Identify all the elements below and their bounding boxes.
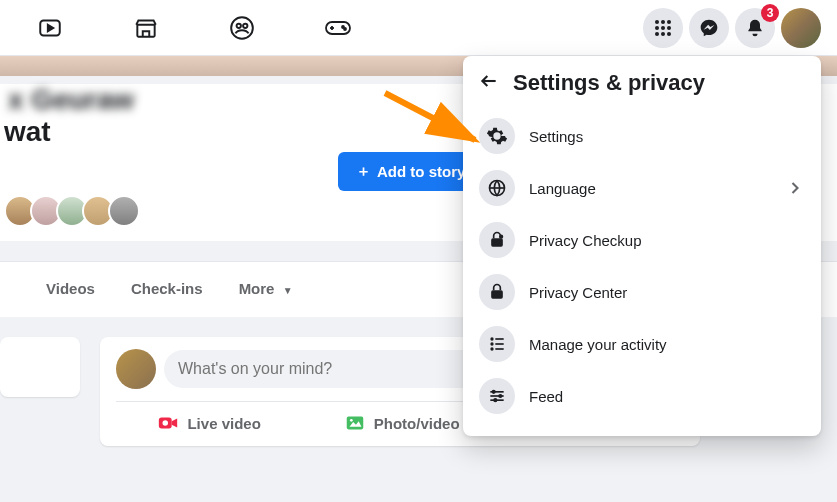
photo-video-icon bbox=[344, 412, 366, 434]
left-sidebar-card bbox=[0, 337, 80, 397]
svg-point-4 bbox=[243, 23, 247, 27]
marketplace-icon[interactable] bbox=[132, 14, 160, 42]
live-video-button[interactable]: Live video bbox=[157, 412, 260, 434]
svg-point-18 bbox=[667, 32, 671, 36]
plus-icon: ＋ bbox=[356, 162, 371, 181]
menu-item-feed[interactable]: Feed bbox=[471, 370, 813, 422]
svg-rect-36 bbox=[495, 348, 503, 350]
notification-badge: 3 bbox=[761, 4, 779, 22]
globe-icon bbox=[479, 170, 515, 206]
privacy-center-label: Privacy Center bbox=[529, 284, 805, 301]
svg-rect-30 bbox=[491, 290, 503, 298]
svg-point-41 bbox=[498, 394, 502, 398]
svg-point-3 bbox=[237, 23, 241, 27]
svg-rect-22 bbox=[346, 417, 363, 430]
live-video-label: Live video bbox=[187, 415, 260, 432]
menu-item-manage-activity[interactable]: Manage your activity bbox=[471, 318, 813, 370]
top-navigation: 3 bbox=[0, 0, 837, 56]
add-to-story-label: Add to story bbox=[377, 163, 465, 180]
svg-point-13 bbox=[655, 26, 659, 30]
watch-icon[interactable] bbox=[36, 14, 64, 42]
svg-point-9 bbox=[344, 28, 346, 30]
svg-point-10 bbox=[655, 20, 659, 24]
profile-avatar-button[interactable] bbox=[781, 8, 821, 48]
svg-point-15 bbox=[667, 26, 671, 30]
gear-icon bbox=[479, 118, 515, 154]
tab-more-label: More bbox=[239, 280, 275, 297]
svg-point-17 bbox=[661, 32, 665, 36]
svg-point-16 bbox=[655, 32, 659, 36]
menu-item-privacy-checkup[interactable]: Privacy Checkup bbox=[471, 214, 813, 266]
settings-label: Settings bbox=[529, 128, 805, 145]
svg-point-40 bbox=[492, 390, 496, 394]
chevron-right-icon bbox=[785, 178, 805, 198]
tab-more[interactable]: More ▼ bbox=[223, 270, 309, 307]
groups-icon[interactable] bbox=[228, 14, 256, 42]
svg-point-42 bbox=[493, 398, 497, 402]
svg-rect-35 bbox=[495, 343, 503, 345]
messenger-button[interactable] bbox=[689, 8, 729, 48]
caret-down-icon: ▼ bbox=[283, 285, 293, 296]
manage-activity-label: Manage your activity bbox=[529, 336, 805, 353]
menu-item-language[interactable]: Language bbox=[471, 162, 813, 214]
svg-point-29 bbox=[499, 235, 503, 239]
svg-point-11 bbox=[661, 20, 665, 24]
back-button[interactable] bbox=[479, 71, 499, 95]
svg-rect-28 bbox=[491, 238, 503, 246]
privacy-checkup-label: Privacy Checkup bbox=[529, 232, 805, 249]
gaming-icon[interactable] bbox=[324, 14, 352, 42]
photo-video-button[interactable]: Photo/video bbox=[344, 412, 460, 434]
menu-grid-button[interactable] bbox=[643, 8, 683, 48]
feed-settings-icon bbox=[479, 378, 515, 414]
activity-log-icon bbox=[479, 326, 515, 362]
svg-marker-1 bbox=[48, 24, 53, 31]
svg-point-31 bbox=[490, 337, 493, 340]
svg-point-2 bbox=[231, 17, 253, 39]
add-to-story-button[interactable]: ＋ Add to story bbox=[338, 152, 483, 191]
tab-checkins[interactable]: Check-ins bbox=[115, 270, 219, 307]
menu-item-privacy-center[interactable]: Privacy Center bbox=[471, 266, 813, 318]
live-video-icon bbox=[157, 412, 179, 434]
lock-icon bbox=[479, 274, 515, 310]
feed-label: Feed bbox=[529, 388, 805, 405]
arrow-left-icon bbox=[479, 71, 499, 91]
lock-heart-icon bbox=[479, 222, 515, 258]
settings-privacy-dropdown: Settings & privacy Settings Language Pri… bbox=[463, 56, 821, 436]
svg-point-14 bbox=[661, 26, 665, 30]
friend-avatar[interactable] bbox=[108, 195, 140, 227]
menu-item-settings[interactable]: Settings bbox=[471, 110, 813, 162]
dropdown-title: Settings & privacy bbox=[513, 70, 705, 96]
svg-marker-20 bbox=[172, 418, 178, 427]
top-nav-left bbox=[36, 14, 352, 42]
svg-point-12 bbox=[667, 20, 671, 24]
svg-point-32 bbox=[490, 342, 493, 345]
photo-video-label: Photo/video bbox=[374, 415, 460, 432]
notifications-button[interactable]: 3 bbox=[735, 8, 775, 48]
tab-videos[interactable]: Videos bbox=[30, 270, 111, 307]
svg-point-24 bbox=[350, 419, 353, 422]
top-nav-right: 3 bbox=[643, 8, 821, 48]
svg-rect-34 bbox=[495, 338, 503, 340]
svg-point-33 bbox=[490, 347, 493, 350]
svg-point-21 bbox=[163, 420, 169, 426]
composer-avatar bbox=[116, 349, 156, 389]
language-label: Language bbox=[529, 180, 771, 197]
